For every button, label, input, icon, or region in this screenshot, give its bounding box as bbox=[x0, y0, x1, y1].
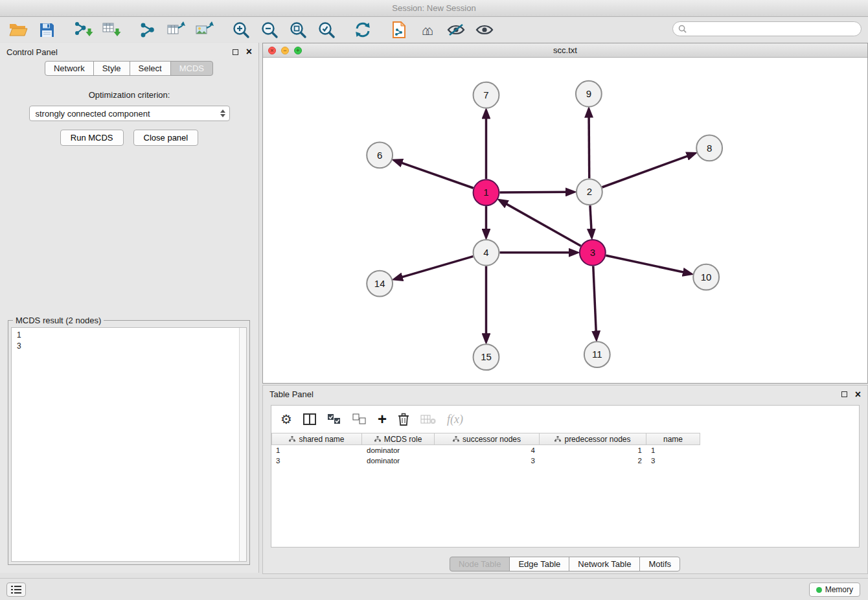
control-panel-tabs: Network Style Select MCDS bbox=[0, 61, 258, 76]
import-table-button[interactable] bbox=[97, 19, 126, 41]
delete-table-icon bbox=[420, 414, 436, 424]
tab-network-table[interactable]: Network Table bbox=[569, 557, 640, 571]
cell-predecessor-nodes[interactable]: 1 bbox=[540, 445, 646, 456]
tab-mcds[interactable]: MCDS bbox=[170, 61, 213, 76]
cell-successor-nodes[interactable]: 4 bbox=[435, 445, 540, 456]
table-panel: Table Panel × ⚙ bbox=[262, 385, 868, 574]
hide-details-button[interactable] bbox=[442, 19, 470, 41]
window-close-icon[interactable]: × bbox=[268, 47, 276, 54]
window-minimize-icon[interactable]: − bbox=[281, 47, 289, 54]
network-window-titlebar[interactable]: × − + scc.txt bbox=[263, 43, 867, 58]
import-table-icon bbox=[102, 21, 122, 39]
graph-node-label-2: 2 bbox=[587, 186, 592, 197]
add-column-button[interactable]: + bbox=[378, 411, 387, 427]
table-row[interactable]: 1 dominator 4 1 1 bbox=[271, 445, 859, 456]
export-table-button[interactable] bbox=[162, 19, 190, 41]
select-all-button[interactable] bbox=[327, 413, 341, 425]
cell-mcds-role[interactable]: dominator bbox=[362, 456, 435, 466]
gear-icon: ⚙ bbox=[280, 413, 292, 426]
trash-icon bbox=[398, 413, 409, 426]
tab-node-table[interactable]: Node Table bbox=[450, 557, 510, 571]
import-network-button[interactable] bbox=[69, 19, 97, 41]
window-zoom-icon[interactable]: + bbox=[294, 47, 302, 54]
tab-style[interactable]: Style bbox=[93, 61, 130, 76]
import-network-icon bbox=[73, 21, 93, 39]
network-canvas[interactable]: 7968124314101511 bbox=[263, 58, 867, 383]
cell-shared-name[interactable]: 3 bbox=[271, 456, 362, 466]
show-columns-button[interactable] bbox=[303, 413, 316, 425]
document-network-icon bbox=[391, 21, 407, 39]
column-header-mcds-role[interactable]: MCDS role bbox=[362, 433, 435, 445]
zoom-fit-button[interactable] bbox=[284, 19, 312, 41]
cell-name[interactable]: 3 bbox=[646, 456, 700, 466]
column-header-name[interactable]: name bbox=[646, 433, 700, 445]
zoom-in-button[interactable] bbox=[227, 19, 255, 41]
show-details-button[interactable] bbox=[470, 19, 499, 41]
cell-predecessor-nodes[interactable]: 2 bbox=[540, 456, 646, 466]
search-input[interactable] bbox=[690, 25, 856, 34]
graph-edge-4-14[interactable] bbox=[397, 257, 473, 279]
graph-edge-1-6[interactable] bbox=[396, 161, 473, 189]
graph-edge-1-2[interactable] bbox=[499, 192, 571, 192]
float-table-panel-icon[interactable] bbox=[841, 391, 847, 397]
close-table-panel-icon[interactable]: × bbox=[855, 389, 861, 400]
cell-shared-name[interactable]: 1 bbox=[271, 445, 362, 456]
column-label: name bbox=[663, 435, 683, 444]
run-mcds-button[interactable]: Run MCDS bbox=[60, 130, 124, 146]
graph-edge-2-8[interactable] bbox=[602, 154, 692, 187]
float-panel-icon[interactable] bbox=[233, 49, 238, 55]
search-box[interactable] bbox=[672, 21, 862, 36]
close-panel-button[interactable]: Close panel bbox=[133, 130, 199, 146]
task-history-button[interactable] bbox=[6, 583, 26, 597]
graph-node-label-9: 9 bbox=[586, 88, 591, 99]
dropdown-selected-value: strongly connected component bbox=[36, 109, 150, 119]
column-header-successor-nodes[interactable]: successor nodes bbox=[435, 433, 540, 445]
close-panel-icon[interactable]: × bbox=[246, 47, 252, 57]
delete-column-button[interactable] bbox=[398, 413, 409, 426]
app-title: Session: New Session bbox=[392, 3, 475, 13]
graph-node-label-6: 6 bbox=[377, 150, 382, 161]
graph-node-label-14: 14 bbox=[374, 278, 385, 289]
cell-successor-nodes[interactable]: 3 bbox=[435, 456, 540, 466]
zoom-selected-button[interactable] bbox=[312, 19, 341, 41]
tab-motifs[interactable]: Motifs bbox=[639, 557, 680, 571]
app-titlebar: Session: New Session bbox=[0, 0, 868, 17]
graph-edge-3-1[interactable] bbox=[502, 202, 581, 246]
network-graph[interactable]: 7968124314101511 bbox=[263, 58, 867, 383]
deselect-all-button[interactable] bbox=[352, 413, 367, 425]
copy-network-button[interactable] bbox=[385, 19, 413, 41]
first-neighbors-button[interactable]: ⌂⌂ bbox=[413, 19, 442, 41]
home-icon: ⌂⌂ bbox=[422, 23, 433, 37]
column-header-shared-name[interactable]: shared name bbox=[271, 433, 362, 445]
optimization-criterion-select[interactable]: strongly connected component bbox=[29, 106, 230, 121]
column-label: successor nodes bbox=[463, 435, 521, 444]
column-label: MCDS role bbox=[384, 435, 422, 444]
save-session-button[interactable] bbox=[32, 19, 61, 41]
graph-node-label-10: 10 bbox=[701, 271, 712, 283]
column-header-predecessor-nodes[interactable]: predecessor nodes bbox=[540, 433, 646, 445]
table-settings-button[interactable]: ⚙ bbox=[280, 413, 292, 426]
graph-edge-3-10[interactable] bbox=[606, 255, 689, 273]
graph-node-label-3: 3 bbox=[590, 247, 595, 258]
graph-edge-3-11[interactable] bbox=[593, 266, 597, 337]
tab-edge-table[interactable]: Edge Table bbox=[509, 557, 569, 571]
attribute-icon bbox=[554, 436, 561, 442]
export-image-button[interactable] bbox=[190, 19, 219, 41]
function-builder-button[interactable]: f(x) bbox=[447, 413, 463, 426]
memory-button[interactable]: Memory bbox=[809, 583, 860, 597]
tab-select[interactable]: Select bbox=[130, 61, 171, 76]
mcds-result-area[interactable]: 1 3 bbox=[11, 327, 247, 562]
table-row[interactable]: 3 dominator 3 2 3 bbox=[271, 456, 859, 466]
result-scrollbar[interactable] bbox=[239, 328, 246, 561]
zoom-out-button[interactable] bbox=[255, 19, 284, 41]
delete-table-button[interactable] bbox=[420, 414, 436, 424]
open-session-button[interactable] bbox=[4, 19, 32, 41]
graph-edge-2-9[interactable] bbox=[589, 112, 589, 179]
tab-network[interactable]: Network bbox=[45, 61, 94, 76]
search-icon bbox=[678, 25, 687, 33]
apply-layout-button[interactable] bbox=[348, 19, 377, 41]
new-network-button[interactable] bbox=[133, 19, 162, 41]
graph-edge-2-3[interactable] bbox=[590, 205, 591, 235]
cell-mcds-role[interactable]: dominator bbox=[362, 445, 435, 456]
cell-name[interactable]: 1 bbox=[646, 445, 700, 456]
